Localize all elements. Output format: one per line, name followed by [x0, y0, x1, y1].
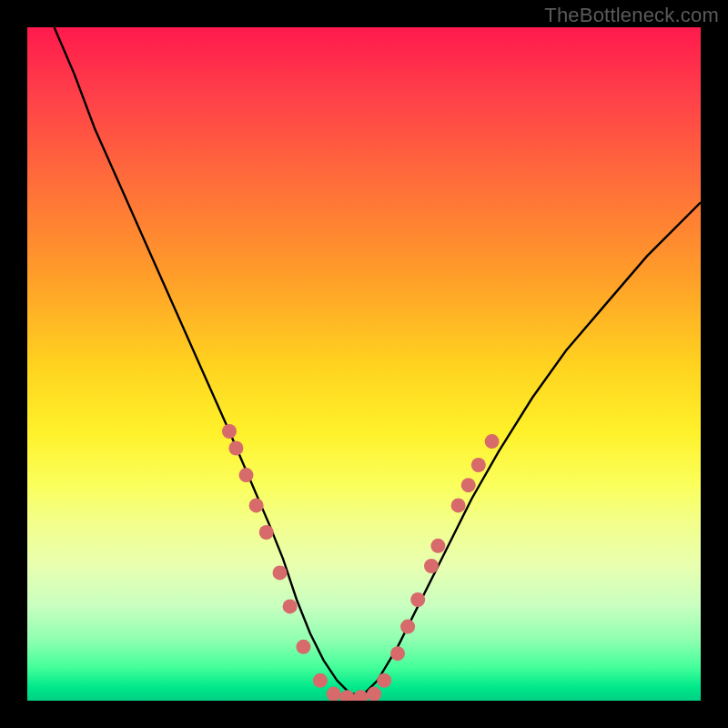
curve-marker: [239, 468, 254, 482]
curve-marker: [430, 539, 445, 553]
curve-marker: [461, 478, 476, 492]
curve-svg: [27, 27, 701, 701]
curve-marker: [485, 434, 500, 449]
curve-marker: [377, 673, 391, 688]
curve-marker: [340, 690, 355, 701]
curve-marker: [228, 441, 243, 456]
curve-marker: [424, 559, 439, 573]
curve-marker: [410, 592, 425, 607]
curve-marker: [249, 498, 264, 512]
chart-frame: TheBottleneck.com: [0, 0, 728, 728]
curve-markers: [222, 424, 500, 701]
curve-marker: [259, 525, 274, 540]
curve-marker: [390, 646, 405, 661]
curve-marker: [400, 620, 415, 634]
curve-marker: [283, 599, 298, 613]
bottleneck-curve-path: [55, 27, 701, 694]
curve-marker: [296, 640, 310, 654]
curve-marker: [313, 673, 328, 688]
curve-marker: [327, 687, 341, 701]
plot-area: [27, 27, 701, 701]
curve-marker: [222, 424, 237, 439]
curve-marker: [367, 687, 381, 701]
curve-marker: [273, 565, 288, 580]
curve-marker: [451, 498, 466, 512]
curve-marker: [471, 458, 486, 472]
watermark-text: TheBottleneck.com: [544, 4, 719, 27]
